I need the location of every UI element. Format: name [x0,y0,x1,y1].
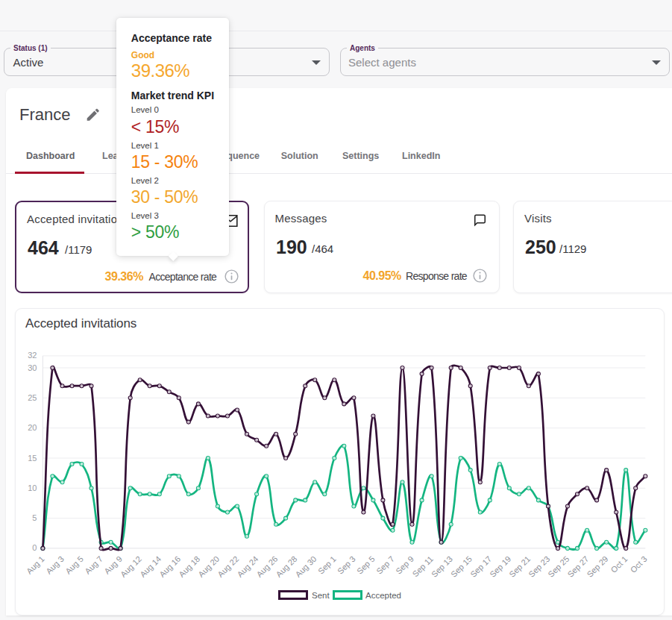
svg-text:30: 30 [28,363,37,372]
svg-text:Aug 20: Aug 20 [196,554,221,579]
svg-text:Sep 15: Sep 15 [449,554,474,579]
svg-text:15: 15 [28,454,37,463]
svg-text:Aug 30: Aug 30 [293,554,318,579]
svg-text:Aug 5: Aug 5 [63,554,85,576]
svg-text:10: 10 [28,483,37,492]
svg-text:Sep 7: Sep 7 [374,554,396,576]
svg-text:Aug 26: Aug 26 [254,554,279,579]
svg-text:Sep 1: Sep 1 [316,554,338,576]
svg-text:Sep 5: Sep 5 [355,554,377,576]
svg-text:Oct 3: Oct 3 [629,554,649,574]
svg-text:20: 20 [28,423,37,432]
svg-text:Sep 29: Sep 29 [585,554,609,579]
svg-text:0: 0 [32,543,37,552]
svg-text:Sep 25: Sep 25 [546,554,571,579]
svg-text:Sep 19: Sep 19 [488,554,512,579]
svg-text:25: 25 [28,393,37,402]
svg-text:Aug 7: Aug 7 [83,554,104,576]
svg-text:Aug 12: Aug 12 [119,554,143,579]
svg-text:Sep 3: Sep 3 [336,554,357,576]
svg-text:Oct 1: Oct 1 [609,554,629,574]
svg-text:5: 5 [32,513,37,522]
svg-text:32: 32 [28,351,37,360]
svg-text:Sep 21: Sep 21 [507,554,532,579]
svg-text:Aug 1: Aug 1 [25,554,46,576]
svg-text:Aug 16: Aug 16 [157,554,182,579]
svg-text:Aug 3: Aug 3 [44,554,66,576]
svg-text:Aug 22: Aug 22 [216,554,240,579]
